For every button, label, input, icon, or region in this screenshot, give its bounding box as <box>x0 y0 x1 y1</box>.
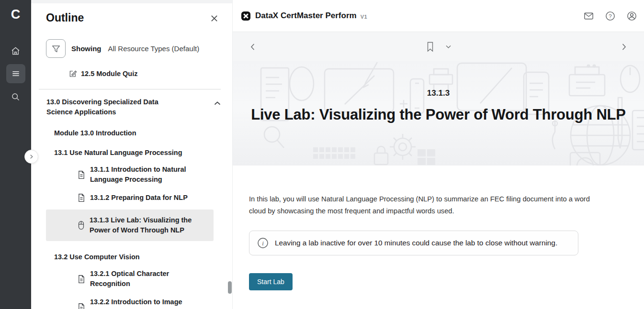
outline-item-13-2[interactable]: 13.2 Use Computer Vision <box>54 253 232 261</box>
header-actions: ? <box>582 10 638 22</box>
bookmark-icon <box>426 41 434 53</box>
lesson-title: Live Lab: Visualizing the Power of Word … <box>233 106 644 123</box>
outline-item-13-1-3-active[interactable]: 13.1.3 Live Lab: Visualizing the Power o… <box>46 210 214 241</box>
chevron-up-icon[interactable] <box>214 99 221 117</box>
doodle-magnifier-icon <box>261 124 286 150</box>
search-icon <box>11 92 21 102</box>
notice-text: Leaving a lab inactive for over 10 minut… <box>275 239 557 247</box>
doodle-keyboard-icon <box>313 147 366 166</box>
lesson-navbar <box>233 32 644 61</box>
brand-logo[interactable]: C <box>11 6 21 23</box>
svg-text:i: i <box>262 240 264 247</box>
lesson-banner: 13.1.3 Live Lab: Visualizing the Power o… <box>233 61 644 166</box>
next-page-button[interactable] <box>618 41 630 53</box>
filter-showing-label: Showing <box>71 44 102 53</box>
inactivity-notice: i Leaving a lab inactive for over 10 min… <box>249 231 578 255</box>
close-icon <box>210 14 219 23</box>
help-icon: ? <box>605 11 616 22</box>
outline-item-label: 13.1.3 Live Lab: Visualizing the Power o… <box>90 215 192 235</box>
account-button[interactable] <box>625 10 638 22</box>
messages-button[interactable] <box>582 10 595 22</box>
outline-item-13-1-2[interactable]: 13.1.2 Preparing Data for NLP <box>78 193 232 203</box>
outline-item-label: 13.1.1 Introduction to Natural Language … <box>90 165 192 185</box>
app-logo-icon <box>241 11 251 21</box>
document-icon <box>78 170 85 179</box>
document-icon <box>78 303 85 309</box>
account-icon <box>626 11 637 22</box>
outline-divider <box>39 89 221 89</box>
doodle-gear-icon <box>387 131 418 163</box>
bookmark-group <box>424 39 453 55</box>
doodle-tablet-icon <box>455 61 528 112</box>
doodle-disc-icon <box>569 151 601 166</box>
filter-row: Showing All Resource Types (Default) <box>46 39 232 58</box>
lesson-content: In this lab, you will use Natural Langua… <box>233 166 644 290</box>
search-button[interactable] <box>6 87 25 106</box>
main-area: DataX CertMaster Perform V1 ? <box>233 0 644 309</box>
outline-menu-button[interactable] <box>6 64 25 83</box>
app-header: DataX CertMaster Perform V1 ? <box>233 0 644 32</box>
app-title: DataX CertMaster Perform <box>255 11 357 21</box>
outline-panel: Outline Showing All Resource Types (Defa… <box>31 0 233 309</box>
app-root: C Outline Showing <box>0 0 644 309</box>
quiz-icon <box>68 69 77 78</box>
filter-button[interactable] <box>46 39 66 58</box>
outline-item-module-quiz[interactable]: 12.5 Module Quiz <box>68 69 232 78</box>
previous-page-button[interactable] <box>247 41 259 53</box>
doodle-windows-icon <box>418 149 436 166</box>
outline-item-13-2-2[interactable]: 13.2.2 Introduction to Image Processing <box>78 297 232 309</box>
outline-item-13-2-1[interactable]: 13.2.1 Optical Character Recognition <box>78 269 232 289</box>
svg-text:?: ? <box>609 13 611 19</box>
filter-icon <box>51 44 61 54</box>
filter-value: All Resource Types (Default) <box>108 44 200 53</box>
sidebar-scrollbar-thumb[interactable] <box>228 281 232 294</box>
outline-header: Outline <box>31 0 232 25</box>
mail-icon <box>583 11 594 22</box>
home-icon <box>11 46 21 56</box>
chevron-right-icon <box>620 43 628 51</box>
chevron-left-icon <box>249 43 257 51</box>
outline-section-label: 13.0 Discovering Specialized Data Scienc… <box>46 97 186 117</box>
mouse-icon <box>78 221 85 230</box>
outline-item-label: 13.1.2 Preparing Data for NLP <box>90 193 192 203</box>
doodle-cable-icon <box>550 120 560 150</box>
document-icon <box>78 193 85 202</box>
close-outline-button[interactable] <box>209 13 220 25</box>
outline-item-label: 13.2.2 Introduction to Image Processing <box>90 297 192 309</box>
bookmark-menu-button[interactable] <box>443 43 453 51</box>
outline-item-13-1[interactable]: 13.1 Use Natural Language Processing <box>54 149 232 156</box>
chevron-down-icon <box>445 45 451 49</box>
menu-icon <box>11 69 21 78</box>
document-icon <box>78 275 85 284</box>
lesson-number: 13.1.3 <box>233 88 644 98</box>
outline-item-module-13-intro[interactable]: Module 13.0 Introduction <box>54 129 232 137</box>
help-button[interactable]: ? <box>604 10 617 22</box>
info-icon: i <box>257 237 269 249</box>
outline-title: Outline <box>46 11 84 24</box>
outline-item-13-1-1[interactable]: 13.1.1 Introduction to Natural Language … <box>78 165 232 185</box>
doodle-pencil-icon <box>361 61 381 89</box>
rail-icons <box>6 41 25 106</box>
chevron-right-icon <box>29 154 34 159</box>
app-version-badge: V1 <box>361 14 367 20</box>
bookmark-button[interactable] <box>424 39 436 55</box>
outline-item-label: 13.2.1 Optical Character Recognition <box>90 269 192 289</box>
lesson-description: In this lab, you will use Natural Langua… <box>249 193 608 217</box>
sidebar-collapse-button[interactable] <box>24 150 38 164</box>
start-lab-button[interactable]: Start Lab <box>249 273 293 290</box>
outline-section-13-0[interactable]: 13.0 Discovering Specialized Data Scienc… <box>46 97 221 117</box>
outline-item-label: 12.5 Module Quiz <box>81 70 137 77</box>
home-button[interactable] <box>6 41 25 60</box>
